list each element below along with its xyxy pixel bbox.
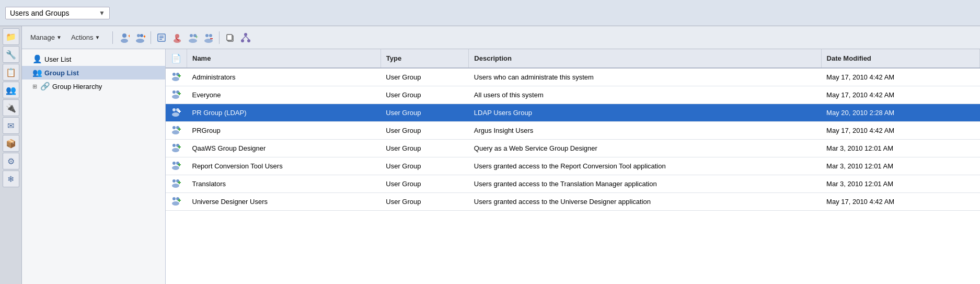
row-icon-cell xyxy=(166,157,187,175)
table-row[interactable]: Translators User Group Users granted acc… xyxy=(166,175,980,193)
svg-point-26 xyxy=(247,39,250,42)
table-row[interactable]: PRGroup User Group Argus Insight Users M… xyxy=(166,122,980,140)
row-type: User Group xyxy=(381,157,469,175)
group-list-icon: 👥 xyxy=(32,68,42,77)
sidebar-icons: 📁 🔧 📋 👥 🔌 ✉ 📦 ⚙ ❄ xyxy=(0,26,22,284)
svg-line-27 xyxy=(243,36,246,39)
table-row[interactable]: QaaWS Group Designer User Group Query as… xyxy=(166,140,980,157)
svg-point-1 xyxy=(121,39,128,43)
row-date-modified: Mar 3, 2010 12:01 AM xyxy=(821,157,979,175)
toolbar-separator-3 xyxy=(219,31,220,44)
sidebar-icon-plugin[interactable]: 🔌 xyxy=(3,99,19,116)
manage-menu-button[interactable]: Manage ▼ xyxy=(26,32,66,43)
sidebar-icon-mail[interactable]: ✉ xyxy=(3,117,19,134)
table-row[interactable]: Universe Designer Users User Group Users… xyxy=(166,193,980,211)
sidebar-icon-folder[interactable]: 📁 xyxy=(3,28,19,45)
row-date-modified: May 17, 2010 4:42 AM xyxy=(821,86,979,104)
svg-point-51 xyxy=(172,148,179,152)
toolbar: Manage ▼ Actions ▼ ✦ ✦ xyxy=(22,26,980,49)
new-user-icon[interactable]: ✦ xyxy=(117,31,132,44)
row-name: Universe Designer Users xyxy=(187,193,381,211)
tree-panel: 👤 User List 👥 Group List ⊞ 🔗 Group Hiera… xyxy=(22,49,166,284)
col-header-type: Type xyxy=(381,49,469,68)
svg-point-59 xyxy=(172,179,176,183)
table-row[interactable]: PR Group (LDAP) User Group LDAP Users Gr… xyxy=(166,104,980,122)
table-row[interactable]: Everyone User Group All users of this sy… xyxy=(166,86,980,104)
actions-label: Actions xyxy=(71,33,94,41)
svg-point-3 xyxy=(137,34,140,37)
tree-item-group-list[interactable]: 👥 Group List xyxy=(22,66,165,79)
row-description: Users who can administrate this system xyxy=(469,68,821,86)
delete-icon[interactable] xyxy=(170,31,185,44)
add-member-icon[interactable]: + xyxy=(186,31,200,44)
row-name: Translators xyxy=(187,175,381,193)
col-header-description: Description xyxy=(469,49,821,68)
row-type: User Group xyxy=(381,104,469,122)
hierarchy-icon[interactable] xyxy=(238,31,253,44)
svg-point-36 xyxy=(172,95,179,99)
content-area: Manage ▼ Actions ▼ ✦ ✦ xyxy=(22,26,980,284)
svg-text:✦: ✦ xyxy=(143,34,145,39)
row-description: Query as a Web Service Group Designer xyxy=(469,140,821,157)
row-date-modified: May 20, 2010 2:28 AM xyxy=(821,104,979,122)
svg-rect-23 xyxy=(227,35,232,40)
tree-item-group-list-label: Group List xyxy=(44,69,79,77)
svg-text:+: + xyxy=(195,34,198,40)
top-bar: Users and Groups ▼ xyxy=(0,0,980,26)
tree-item-user-list[interactable]: 👤 User List xyxy=(22,52,165,66)
tree-item-group-hierarchy[interactable]: ⊞ 🔗 Group Hierarchy xyxy=(22,79,165,93)
table-panel: 📄 Name Type Description Date Modified xyxy=(166,49,980,284)
user-list-icon: 👤 xyxy=(32,54,42,64)
svg-point-20 xyxy=(204,39,213,43)
group-hierarchy-icon: 🔗 xyxy=(40,82,50,91)
manage-arrow-icon: ▼ xyxy=(56,35,62,40)
row-icon-cell xyxy=(166,86,187,104)
row-type: User Group xyxy=(381,175,469,193)
svg-point-49 xyxy=(172,144,176,147)
remove-member-icon[interactable] xyxy=(201,31,216,44)
expand-icon: ⊞ xyxy=(32,83,37,90)
col-header-date-modified: Date Modified xyxy=(821,49,979,68)
svg-point-29 xyxy=(172,73,176,76)
properties-icon[interactable] xyxy=(154,31,169,44)
row-type: User Group xyxy=(381,193,469,211)
row-icon-cell xyxy=(166,175,187,193)
svg-point-24 xyxy=(244,33,247,36)
svg-point-0 xyxy=(122,33,126,38)
actions-arrow-icon: ▼ xyxy=(95,35,100,40)
row-type: User Group xyxy=(381,122,469,140)
row-date-modified: Mar 3, 2010 12:01 AM xyxy=(821,140,979,157)
row-icon-cell xyxy=(166,104,187,122)
svg-point-46 xyxy=(172,130,179,134)
row-date-modified: May 17, 2010 4:42 AM xyxy=(821,193,979,211)
copy-icon[interactable] xyxy=(223,31,237,44)
svg-point-25 xyxy=(241,39,244,42)
svg-text:✦: ✦ xyxy=(128,33,130,39)
svg-point-66 xyxy=(172,201,179,206)
table-row[interactable]: Report Conversion Tool Users User Group … xyxy=(166,157,980,175)
svg-point-41 xyxy=(172,112,179,117)
module-dropdown-label: Users and Groups xyxy=(10,9,70,17)
row-name: PR Group (LDAP) xyxy=(187,104,381,122)
actions-menu-button[interactable]: Actions ▼ xyxy=(67,32,105,43)
groups-table: 📄 Name Type Description Date Modified xyxy=(166,49,980,211)
new-group-icon[interactable]: ✦ xyxy=(133,31,147,44)
manage-label: Manage xyxy=(30,33,55,41)
sidebar-icon-gear[interactable]: ⚙ xyxy=(3,153,19,169)
sidebar-icon-clipboard[interactable]: 📋 xyxy=(3,64,19,81)
sidebar-icon-snowflake[interactable]: ❄ xyxy=(3,171,19,187)
sidebar-icon-package[interactable]: 📦 xyxy=(3,135,19,152)
module-dropdown[interactable]: Users and Groups ▼ xyxy=(5,7,110,19)
sidebar-icon-users[interactable]: 👥 xyxy=(3,82,19,98)
svg-point-44 xyxy=(172,126,176,129)
tree-item-user-list-label: User List xyxy=(44,55,71,63)
table-row[interactable]: Administrators User Group Users who can … xyxy=(166,68,980,86)
row-description: LDAP Users Group xyxy=(469,104,821,122)
svg-point-39 xyxy=(172,108,176,111)
row-icon-cell xyxy=(166,193,187,211)
svg-point-5 xyxy=(136,39,144,43)
row-description: Users granted access to the Translation … xyxy=(469,175,821,193)
svg-point-14 xyxy=(190,34,193,37)
row-name: QaaWS Group Designer xyxy=(187,140,381,157)
sidebar-icon-settings[interactable]: 🔧 xyxy=(3,46,19,63)
